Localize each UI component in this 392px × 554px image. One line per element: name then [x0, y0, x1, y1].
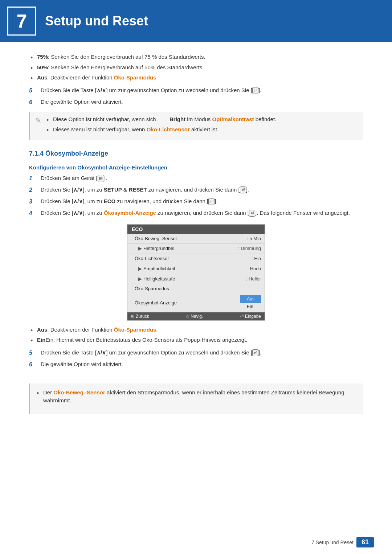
- footer-eingabe: ⏎ Eingabe: [240, 314, 261, 319]
- step-2: 2 Drücken Sie [∧/∨], um zu SETUP & RESET…: [29, 186, 363, 194]
- eco-menu-body: Öko-Beweg.-Sensor : 5 Min ▶ Hintergrundb…: [127, 234, 265, 312]
- step-6a: 6 Die gewählte Option wird aktiviert.: [29, 98, 363, 107]
- energy-bullet-list: 75%: Senken Sie den Energieverbrauch auf…: [29, 53, 363, 82]
- section-414-heading: 7.1.4 Ökosymbol-Anzeige: [29, 150, 363, 159]
- footer-chapter-label: 7 Setup und Reset: [311, 539, 354, 545]
- step-4: 4 Drücken Sie [∧/∨], um zu Ökosymbol-Anz…: [29, 209, 363, 218]
- chapter-title: Setup und Reset: [45, 13, 148, 29]
- eco-menu-container: ECO Öko-Beweg.-Sensor : 5 Min ▶ Hintergr…: [29, 224, 363, 321]
- footer-back: ⊞ Zurück: [131, 314, 149, 319]
- eco-menu-footer: ⊞ Zurück ◇ Navig. ⏎ Eingabe: [127, 312, 265, 320]
- eco-row-sparmodus: Öko-Sparmodus: [127, 284, 265, 294]
- subsection-config-heading: Konfigurieren von Ökosymbol-Anzeige-Eins…: [29, 164, 363, 171]
- step-3: 3 Drücken Sie [∧/∨], um zu ECO zu navigi…: [29, 197, 363, 206]
- option-ein: Ein: [240, 303, 261, 311]
- eco-menu-title: ECO: [127, 225, 265, 234]
- main-content: 75%: Senken Sie den Energieverbrauch auf…: [0, 42, 392, 443]
- step-5a: 5 Drücken Sie die Taste [∧/∨] um zur gew…: [29, 86, 363, 95]
- enter-icon-2: ⏎: [240, 186, 246, 193]
- bullet-aus1: Aus: Deaktivieren der Funktion Öko-Sparm…: [29, 74, 363, 82]
- page-number: 61: [356, 537, 374, 547]
- note-icon: ✎: [35, 116, 41, 125]
- note-sensor: Dieses Menü ist nicht verfügbar, wenn Ök…: [45, 126, 356, 134]
- enter-icon-5b: ⏎: [252, 349, 258, 356]
- page-footer: 7 Setup und Reset 61: [311, 537, 374, 547]
- note-block-1: ✎ Diese Option ist nicht verfügbar, wenn…: [29, 112, 363, 140]
- step-6b: 6 Die gewählte Option wird aktiviert.: [29, 360, 363, 369]
- okosymbol-bullet-list: Aus: Deaktivieren der Funktion Öko-Sparm…: [29, 326, 363, 344]
- bullet-ein: EinEin: Hiermit wird der Betriebsstatus …: [29, 336, 363, 344]
- footer-navig: ◇ Navig.: [186, 314, 203, 319]
- step-5b: 5 Drücken Sie die Taste [∧/∨] um zur gew…: [29, 349, 363, 357]
- menu-icon: ⊞: [98, 175, 104, 182]
- bullet-75: 75%: Senken Sie den Energieverbrauch auf…: [29, 53, 363, 61]
- bottom-note-block: Der Öko-Beweg.-Sensor aktiviert den Stro…: [29, 383, 363, 414]
- eco-row-empfindlichkeit: ▶ Empfindlichkeit : Hoch: [127, 264, 265, 274]
- enter-icon-4: ⏎: [249, 210, 255, 217]
- eco-row-helligkeitsstufe: ▶ Helligkeitsstufe : Heller: [127, 274, 265, 284]
- enter-icon-3: ⏎: [208, 198, 215, 205]
- note-bright: Diese Option ist nicht verfügbar, wenn s…: [45, 115, 356, 124]
- option-aus-selected: Aus: [240, 295, 261, 303]
- eco-row-okosymbol: Ökosymbol-Anzeige : Aus Ein: [127, 294, 265, 312]
- eco-row-hintergrund: ▶ Hintergrundbel. : Dimmung: [127, 244, 265, 254]
- chapter-number: 7: [7, 7, 36, 36]
- enter-icon-5a: ⏎: [252, 87, 258, 94]
- eco-menu: ECO Öko-Beweg.-Sensor : 5 Min ▶ Hintergr…: [127, 224, 265, 321]
- bullet-aus2: Aus: Deaktivieren der Funktion Öko-Sparm…: [29, 326, 363, 334]
- bottom-note-item: Der Öko-Beweg.-Sensor aktiviert den Stro…: [35, 389, 356, 405]
- bullet-50: 50%: Senken Sie den Energieverbrauch auf…: [29, 63, 363, 72]
- chapter-header: 7 Setup und Reset: [0, 0, 392, 42]
- eco-row-oeko-beweg: Öko-Beweg.-Sensor : 5 Min: [127, 234, 265, 244]
- eco-row-lichtsensor: Öko-Lichtsensor : Ein: [127, 254, 265, 264]
- step-1: 1 Drücken Sie am Gerät [⊞].: [29, 174, 363, 183]
